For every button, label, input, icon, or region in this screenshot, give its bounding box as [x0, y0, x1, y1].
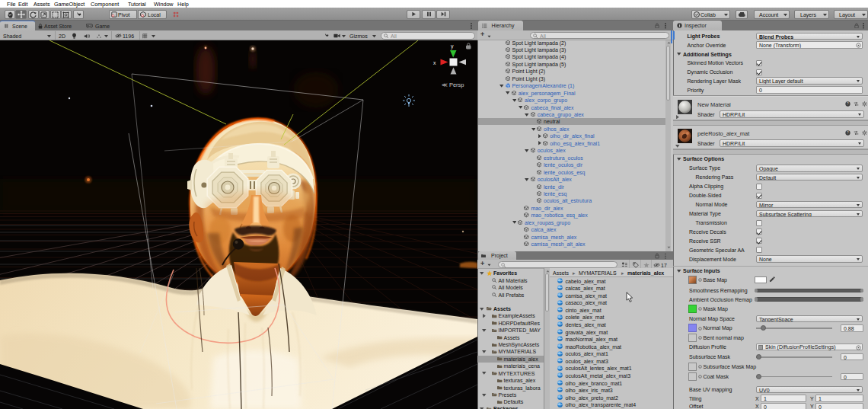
svg-text:≪ Persp: ≪ Persp [442, 81, 464, 88]
svg-text:y: y [451, 43, 454, 50]
svg-text:?: ? [847, 131, 849, 135]
svg-text:x: x [433, 60, 436, 66]
svg-text:?: ? [847, 102, 849, 106]
